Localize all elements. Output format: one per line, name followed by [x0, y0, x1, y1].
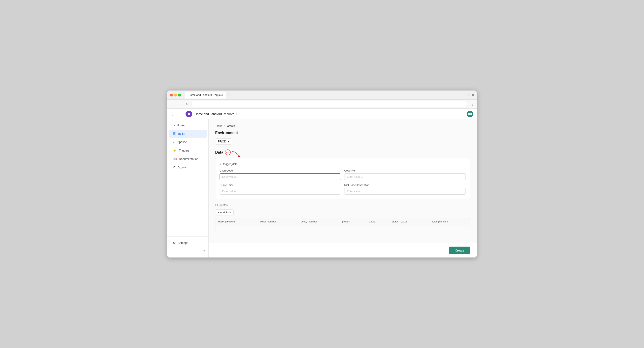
- browser-window: Home and Landlord Requote + ─ □ ✕ ← → ↻ …: [168, 90, 476, 258]
- client-code-label: ClientCode: [220, 169, 341, 172]
- new-tab-button[interactable]: +: [227, 92, 231, 98]
- collapse-icon: «: [203, 249, 205, 252]
- sidebar-footer: ⚙ Settings «: [168, 236, 208, 256]
- more-options-icon[interactable]: ⋮: [470, 102, 474, 106]
- browser-toolbar: ← → ↻ ⋮: [168, 100, 476, 109]
- sidebar: ⌂ Home ☰ Tasks » Pipeline ⚡ Triggers: [168, 119, 208, 258]
- sidebar-item-settings[interactable]: ⚙ Settings: [169, 239, 207, 247]
- cover-no-label: CoverNo: [344, 169, 466, 172]
- table-header-row: base_premium cover_number policy_number …: [216, 218, 470, 225]
- sidebar-item-tasks[interactable]: ☰ Tasks: [169, 130, 207, 138]
- trigger-data-form: ClientCode CoverNo QuoteEmail: [220, 169, 466, 194]
- tab-bar: Home and Landlord Requote +: [185, 92, 463, 98]
- app-title[interactable]: Home and Landlord Requote ▾: [194, 112, 237, 116]
- table-body: [216, 225, 470, 233]
- sidebar-item-label: Triggers: [179, 149, 190, 152]
- annotation-wrapper: </>: [225, 150, 231, 155]
- sidebar-item-label: Home: [177, 124, 184, 127]
- minimize-icon[interactable]: ─: [465, 94, 467, 97]
- trigger-data-icon: ≡: [220, 162, 222, 166]
- grid-icon[interactable]: ⋮⋮⋮: [171, 112, 183, 116]
- environment-select[interactable]: PROD ▾: [215, 138, 232, 144]
- annotation-arrow: [232, 151, 242, 157]
- content-area: Tasks > Create Environment PROD ▾ Data: [208, 119, 476, 243]
- pipeline-icon: »: [173, 140, 174, 144]
- logo-symbol: ✿: [188, 112, 190, 116]
- col-product: product: [339, 218, 366, 225]
- restore-icon[interactable]: □: [468, 94, 470, 97]
- sidebar-item-home[interactable]: ⌂ Home: [169, 122, 207, 129]
- minimize-button[interactable]: [174, 94, 177, 96]
- code-icon: </>: [225, 150, 231, 155]
- breadcrumb-current: Create: [227, 124, 235, 128]
- breadcrumb-separator: >: [224, 124, 225, 128]
- main-layout: ⌂ Home ☰ Tasks » Pipeline ⚡ Triggers: [168, 119, 476, 258]
- active-tab[interactable]: Home and Landlord Requote: [185, 92, 226, 98]
- quotes-table-container: base_premium cover_number policy_number …: [215, 218, 470, 233]
- sidebar-item-label: Activity: [178, 166, 186, 169]
- data-section-header: Data </>: [215, 150, 470, 155]
- sidebar-item-activity[interactable]: ↺ Activity: [169, 163, 207, 171]
- quotes-section: ⊟ quotes + Add Row base_premium cover_nu…: [215, 203, 470, 233]
- close-icon[interactable]: ✕: [472, 94, 474, 97]
- settings-icon: ⚙: [173, 241, 176, 245]
- col-base-premium: base_premium: [216, 218, 257, 225]
- quotes-title: quotes: [220, 204, 228, 206]
- table-row: [216, 225, 470, 233]
- chevron-down-icon: ▾: [236, 112, 237, 116]
- refresh-button[interactable]: ↻: [185, 101, 190, 107]
- col-cover-number: cover_number: [257, 218, 298, 225]
- environment-title: Environment: [215, 131, 470, 135]
- window-controls: [170, 94, 181, 96]
- cover-no-input[interactable]: [344, 174, 466, 180]
- risk-code-field: RiskCodeDescription: [344, 184, 466, 194]
- quote-email-input[interactable]: [220, 188, 341, 194]
- home-icon: ⌂: [173, 124, 175, 127]
- quote-email-field: QuoteEmail: [220, 184, 341, 194]
- breadcrumb: Tasks > Create: [215, 124, 470, 128]
- back-button[interactable]: ←: [170, 102, 176, 107]
- table-header: base_premium cover_number policy_number …: [216, 218, 470, 225]
- trigger-data-section: ≡ trigger_data ClientCode CoverNo: [215, 158, 470, 199]
- documentation-icon: 📖: [173, 157, 177, 161]
- env-chevron-icon: ▾: [228, 140, 229, 143]
- breadcrumb-parent[interactable]: Tasks: [215, 124, 222, 128]
- tab-label: Home and Landlord Requote: [188, 94, 223, 96]
- app-container: ⋮⋮⋮ ✿ Home and Landlord Requote ▾ BB ⌂ H…: [168, 109, 476, 258]
- close-button[interactable]: [170, 94, 173, 96]
- activity-icon: ↺: [173, 165, 176, 169]
- risk-code-input[interactable]: [344, 188, 466, 194]
- code-icon-text: </>: [226, 151, 230, 154]
- quotes-icon: ⊟: [215, 203, 218, 207]
- sidebar-item-documentation[interactable]: 📖 Documentation: [169, 155, 207, 163]
- sidebar-item-triggers[interactable]: ⚡ Triggers: [169, 146, 207, 154]
- client-code-field: ClientCode: [220, 169, 341, 180]
- user-initials: BB: [468, 112, 472, 116]
- trigger-data-label: trigger_data: [223, 162, 237, 166]
- data-title: Data: [215, 150, 223, 154]
- env-value: PROD: [218, 140, 226, 143]
- action-bar: Create: [208, 243, 476, 258]
- quote-email-label: QuoteEmail: [220, 184, 341, 186]
- client-code-input[interactable]: [220, 174, 341, 180]
- quotes-table: base_premium cover_number policy_number …: [216, 218, 470, 233]
- forward-button[interactable]: →: [177, 102, 183, 107]
- cover-no-field: CoverNo: [344, 169, 466, 180]
- app-header: ⋮⋮⋮ ✿ Home and Landlord Requote ▾ BB: [168, 109, 476, 119]
- app-logo: ✿: [186, 111, 192, 117]
- maximize-button[interactable]: [178, 94, 181, 96]
- sidebar-item-label: Documentation: [179, 157, 198, 160]
- col-status-reason: status_reason: [389, 218, 429, 225]
- col-policy-number: policy_number: [298, 218, 339, 225]
- create-button[interactable]: Create: [449, 246, 470, 254]
- address-bar[interactable]: [192, 101, 468, 107]
- trigger-data-title: ≡ trigger_data: [220, 162, 466, 166]
- sidebar-item-pipeline[interactable]: » Pipeline: [169, 138, 207, 146]
- sidebar-collapse-button[interactable]: «: [168, 247, 208, 254]
- add-row-button[interactable]: + Add Row: [215, 210, 234, 216]
- avatar: BB: [467, 111, 473, 117]
- risk-code-label: RiskCodeDescription: [344, 184, 466, 186]
- sidebar-item-label: Pipeline: [177, 140, 187, 144]
- browser-titlebar: Home and Landlord Requote + ─ □ ✕: [168, 90, 476, 100]
- col-status: status: [366, 218, 389, 225]
